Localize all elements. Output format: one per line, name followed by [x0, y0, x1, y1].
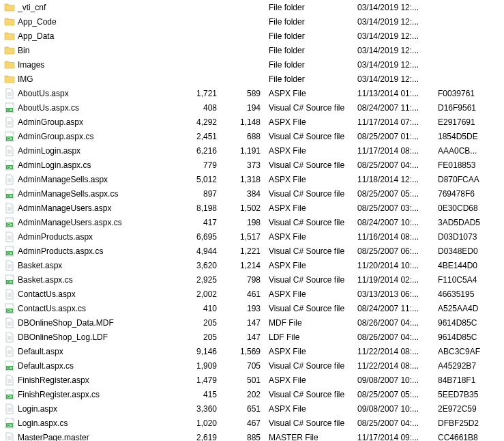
file-row[interactable]: DBOnlineShop_Log.LDF205147LDF File08/26/…	[0, 330, 504, 344]
file-name-cell[interactable]: C#Default.aspx.cs	[4, 360, 179, 371]
file-name-cell[interactable]: Login.aspx	[4, 403, 179, 414]
file-name-cell[interactable]: DBOnlineShop_Data.MDF	[4, 317, 179, 328]
folder-icon	[4, 16, 15, 27]
file-row[interactable]: C#FinishRegister.aspx.cs415202Visual C# …	[0, 387, 504, 401]
file-row[interactable]: App_CodeFile folder03/14/2019 12:...	[0, 14, 504, 29]
file-row[interactable]: DBOnlineShop_Data.MDF205147MDF File08/26…	[0, 315, 504, 330]
file-name-cell[interactable]: C#AdminManageUsers.aspx.cs	[4, 217, 179, 228]
file-row[interactable]: C#Basket.aspx.cs2,925798Visual C# Source…	[0, 272, 504, 287]
file-icon	[4, 145, 15, 156]
file-type: LDF File	[266, 332, 355, 342]
file-name: AboutUs.aspx.cs	[18, 103, 79, 113]
file-icon	[4, 346, 15, 357]
file-icon	[4, 231, 15, 242]
file-name-cell[interactable]: Bin	[4, 45, 179, 56]
file-row[interactable]: C#AboutUs.aspx.cs408194Visual C# Source …	[0, 100, 504, 115]
file-name-cell[interactable]: IMG	[4, 74, 179, 85]
file-row[interactable]: C#Default.aspx.cs1,909705Visual C# Sourc…	[0, 358, 504, 373]
file-name-cell[interactable]: AdminProducts.aspx	[4, 231, 179, 242]
file-packed: 589	[222, 89, 266, 98]
file-row[interactable]: AdminProducts.aspx6,6951,517ASPX File11/…	[0, 229, 504, 244]
file-date: 08/24/2007 10:...	[355, 218, 435, 227]
file-name-cell[interactable]: AboutUs.aspx	[4, 88, 179, 99]
file-row[interactable]: ContactUs.aspx2,002461ASPX File03/13/201…	[0, 287, 504, 301]
file-row[interactable]: C#AdminProducts.aspx.cs4,9441,221Visual …	[0, 244, 504, 258]
file-name-cell[interactable]: MasterPage.master	[4, 432, 179, 442]
file-name: AdminManageSells.aspx	[18, 175, 108, 184]
file-row[interactable]: AdminLogin.aspx6,2161,191ASPX File11/17/…	[0, 143, 504, 158]
file-name: AdminManageUsers.aspx.cs	[18, 218, 122, 227]
file-type: Visual C# Source file	[266, 390, 355, 399]
file-size: 6,695	[179, 232, 222, 242]
file-name-cell[interactable]: C#AdminProducts.aspx.cs	[4, 246, 179, 257]
file-row[interactable]: AdminGroup.aspx4,2921,148ASPX File11/17/…	[0, 115, 504, 129]
file-name-cell[interactable]: C#AdminGroup.aspx.cs	[4, 131, 179, 142]
file-row[interactable]: C#AdminLogin.aspx.cs779373Visual C# Sour…	[0, 158, 504, 172]
cs-icon: C#	[4, 418, 15, 429]
file-name-cell[interactable]: DBOnlineShop_Log.LDF	[4, 332, 179, 343]
file-row[interactable]: FinishRegister.aspx1,479501ASPX File09/0…	[0, 373, 504, 387]
file-name-cell[interactable]: C#AdminLogin.aspx.cs	[4, 160, 179, 171]
file-row[interactable]: _vti_cnfFile folder03/14/2019 12:...	[0, 0, 504, 14]
file-row[interactable]: AdminManageUsers.aspx8,1981,502ASPX File…	[0, 201, 504, 215]
file-name-cell[interactable]: Default.aspx	[4, 346, 179, 357]
file-name-cell[interactable]: App_Data	[4, 31, 179, 42]
file-crc: 9614D85C	[435, 318, 496, 328]
file-row[interactable]: C#Login.aspx.cs1,020467Visual C# Source …	[0, 416, 504, 430]
file-name-cell[interactable]: AdminGroup.aspx	[4, 117, 179, 128]
file-size: 2,002	[179, 289, 222, 299]
file-crc: DFBF25D2	[435, 418, 496, 428]
file-row[interactable]: C#AdminGroup.aspx.cs2,451688Visual C# So…	[0, 129, 504, 143]
file-size: 897	[179, 189, 222, 199]
file-row[interactable]: IMGFile folder03/14/2019 12:...	[0, 72, 504, 86]
file-name: ContactUs.aspx	[18, 289, 76, 299]
file-date: 11/22/2014 08:...	[355, 361, 435, 371]
file-name: FinishRegister.aspx.cs	[18, 390, 100, 399]
file-name-cell[interactable]: C#Basket.aspx.cs	[4, 274, 179, 285]
file-name-cell[interactable]: C#FinishRegister.aspx.cs	[4, 389, 179, 400]
file-name-cell[interactable]: Images	[4, 59, 179, 70]
cs-icon: C#	[4, 160, 15, 171]
file-row[interactable]: ImagesFile folder03/14/2019 12:...	[0, 57, 504, 72]
file-name-cell[interactable]: C#Login.aspx.cs	[4, 418, 179, 429]
file-type: MDF File	[266, 318, 355, 328]
file-name: IMG	[18, 74, 33, 84]
file-name-cell[interactable]: App_Code	[4, 16, 179, 27]
file-row[interactable]: C#AdminManageUsers.aspx.cs417198Visual C…	[0, 215, 504, 229]
file-row[interactable]: AboutUs.aspx1,721589ASPX File11/13/2014 …	[0, 86, 504, 100]
file-row[interactable]: Basket.aspx3,6201,214ASPX File11/20/2014…	[0, 258, 504, 272]
file-name-cell[interactable]: AdminManageUsers.aspx	[4, 203, 179, 214]
file-name-cell[interactable]: AdminLogin.aspx	[4, 145, 179, 156]
file-size: 415	[179, 390, 222, 399]
file-type: Visual C# Source file	[266, 103, 355, 113]
file-name: DBOnlineShop_Data.MDF	[18, 318, 114, 328]
file-packed: 1,517	[222, 232, 266, 242]
file-type: Visual C# Source file	[266, 418, 355, 428]
file-row[interactable]: MasterPage.master2,619885MASTER File11/1…	[0, 430, 504, 441]
file-row[interactable]: C#ContactUs.aspx.cs410193Visual C# Sourc…	[0, 301, 504, 315]
file-packed: 147	[222, 318, 266, 328]
file-name-cell[interactable]: _vti_cnf	[4, 2, 179, 13]
file-packed: 501	[222, 375, 266, 385]
file-name-cell[interactable]: Basket.aspx	[4, 260, 179, 271]
file-row[interactable]: Login.aspx3,360651ASPX File09/08/2007 10…	[0, 401, 504, 416]
file-name: Default.aspx.cs	[18, 361, 74, 371]
file-date: 08/25/2007 03:...	[355, 203, 435, 213]
file-row[interactable]: Default.aspx9,1461,569ASPX File11/22/201…	[0, 344, 504, 358]
file-date: 08/25/2007 01:...	[355, 132, 435, 141]
file-name: DBOnlineShop_Log.LDF	[18, 332, 108, 342]
file-row[interactable]: C#AdminManageSells.aspx.cs897384Visual C…	[0, 186, 504, 201]
file-name-cell[interactable]: C#AboutUs.aspx.cs	[4, 102, 179, 113]
file-name-cell[interactable]: C#AdminManageSells.aspx.cs	[4, 188, 179, 199]
file-row[interactable]: BinFile folder03/14/2019 12:...	[0, 43, 504, 57]
file-type: ASPX File	[266, 146, 355, 156]
file-date: 08/25/2007 06:...	[355, 246, 435, 256]
file-type: Visual C# Source file	[266, 304, 355, 313]
file-icon	[4, 432, 15, 442]
file-name-cell[interactable]: ContactUs.aspx	[4, 289, 179, 300]
file-row[interactable]: AdminManageSells.aspx5,0121,318ASPX File…	[0, 172, 504, 186]
file-name-cell[interactable]: FinishRegister.aspx	[4, 375, 179, 386]
file-name-cell[interactable]: C#ContactUs.aspx.cs	[4, 303, 179, 314]
file-row[interactable]: App_DataFile folder03/14/2019 12:...	[0, 29, 504, 43]
file-name-cell[interactable]: AdminManageSells.aspx	[4, 174, 179, 185]
